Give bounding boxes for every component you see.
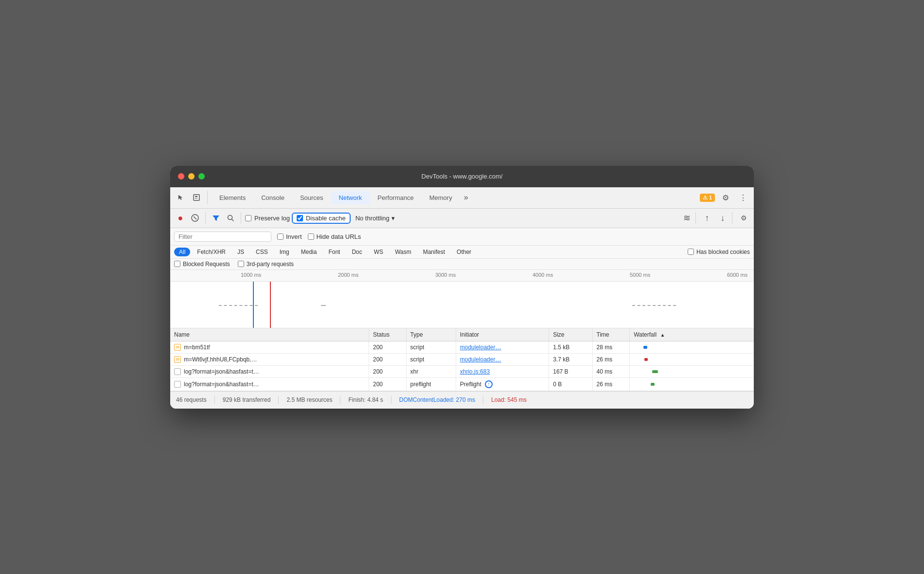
type-filter-fetch-xhr[interactable]: Fetch/XHR xyxy=(192,248,231,256)
network-table: Name Status Type Initiator Size Time Wat… xyxy=(170,328,754,391)
filter-input[interactable] xyxy=(178,233,267,240)
inspect-icon[interactable] xyxy=(190,191,203,204)
timeline-dashed-1 xyxy=(219,305,258,306)
type-filter-bar: All Fetch/XHR JS CSS Img Media Font Doc … xyxy=(170,246,754,259)
toolbar-right: ≋ ↑ ↓ ⚙ xyxy=(683,212,750,224)
col-size[interactable]: Size xyxy=(549,328,592,341)
row4-waterfall xyxy=(630,377,754,391)
hide-data-urls-checkbox[interactable] xyxy=(308,233,314,240)
badge-count: 1 xyxy=(709,195,712,200)
row4-name: log?format=json&hasfast=t… xyxy=(184,381,259,388)
row3-name-cell: log?format=json&hasfast=t… xyxy=(174,368,365,375)
type-filter-js[interactable]: JS xyxy=(232,248,249,256)
waterfall-bar-3 xyxy=(652,370,658,373)
type-filter-manifest[interactable]: Manifest xyxy=(418,248,450,256)
row3-size: 167 B xyxy=(549,365,592,377)
row1-initiator: moduleloader… xyxy=(456,341,549,353)
tab-network[interactable]: Network xyxy=(331,191,370,204)
stop-recording-button[interactable] xyxy=(189,212,201,224)
blocked-requests-toggle[interactable]: Blocked Requests xyxy=(174,261,230,268)
col-waterfall[interactable]: Waterfall ▲ xyxy=(630,328,754,341)
hide-data-urls-label: Hide data URLs xyxy=(317,233,361,240)
throttle-dropdown[interactable]: No throttling ▾ xyxy=(353,214,398,223)
disable-cache-checkbox[interactable] xyxy=(297,215,303,221)
table-row[interactable]: JS m=Wt6vjf,hhhU8,FCpbqb,… 200 script mo… xyxy=(170,353,754,365)
warning-badge[interactable]: ⚠ 1 xyxy=(700,194,715,202)
invert-checkbox[interactable] xyxy=(277,233,284,240)
col-name[interactable]: Name xyxy=(170,328,369,341)
type-filter-all[interactable]: All xyxy=(174,248,190,256)
row2-initiator-link[interactable]: moduleloader… xyxy=(460,356,501,363)
settings-icon[interactable]: ⚙ xyxy=(719,191,732,204)
blocked-requests-checkbox[interactable] xyxy=(174,261,180,267)
svg-rect-1 xyxy=(195,196,197,197)
minimize-button[interactable] xyxy=(188,173,195,179)
timeline-mark-6000: 6000 ms xyxy=(727,272,747,278)
row1-name-cell: JS m=bm51tf xyxy=(174,344,365,351)
disable-cache-toggle[interactable]: Disable cache xyxy=(292,213,351,224)
has-blocked-cookies-toggle[interactable]: Has blocked cookies xyxy=(688,249,750,255)
table-row[interactable]: JS m=bm51tf 200 script moduleloader… 1.5… xyxy=(170,341,754,353)
row1-size: 1.5 kB xyxy=(549,341,592,353)
timeline-mark-4000: 4000 ms xyxy=(533,272,553,278)
type-filter-ws[interactable]: WS xyxy=(369,248,388,256)
row3-initiator-link[interactable]: xhrio.js:683 xyxy=(460,368,490,375)
hide-data-urls-toggle[interactable]: Hide data URLs xyxy=(308,233,361,240)
tab-performance[interactable]: Performance xyxy=(370,191,421,204)
type-filter-font[interactable]: Font xyxy=(323,248,345,256)
col-time[interactable]: Time xyxy=(592,328,630,341)
svg-line-6 xyxy=(231,219,233,221)
row1-type: script xyxy=(406,341,456,353)
type-filter-other[interactable]: Other xyxy=(452,248,476,256)
xhr-icon-2 xyxy=(174,381,181,388)
has-blocked-cookies-label: Has blocked cookies xyxy=(696,249,750,255)
preserve-log-checkbox[interactable] xyxy=(245,215,251,221)
row1-initiator-link[interactable]: moduleloader… xyxy=(460,344,501,351)
row1-waterfall xyxy=(630,341,754,353)
row4-initiator-text: Preflight xyxy=(460,380,481,387)
pointer-icon[interactable] xyxy=(174,191,188,204)
network-settings-icon[interactable]: ⚙ xyxy=(737,212,750,224)
type-filter-wasm[interactable]: Wasm xyxy=(390,248,416,256)
preserve-log-toggle[interactable]: Preserve log xyxy=(245,215,290,222)
row4-time: 26 ms xyxy=(592,377,630,391)
blocked-requests-label: Blocked Requests xyxy=(183,261,230,268)
third-party-checkbox[interactable] xyxy=(238,261,244,267)
col-status[interactable]: Status xyxy=(369,328,407,341)
row4-size: 0 B xyxy=(549,377,592,391)
search-icon[interactable] xyxy=(224,212,237,224)
import-har-button[interactable]: ↑ xyxy=(701,212,713,224)
has-blocked-cookies-checkbox[interactable] xyxy=(688,249,694,255)
col-initiator[interactable]: Initiator xyxy=(456,328,549,341)
type-filter-img[interactable]: Img xyxy=(275,248,294,256)
col-type[interactable]: Type xyxy=(406,328,456,341)
preserve-log-label: Preserve log xyxy=(254,215,290,222)
table-row[interactable]: log?format=json&hasfast=t… 200 preflight… xyxy=(170,377,754,391)
maximize-button[interactable] xyxy=(198,173,205,179)
type-filter-css[interactable]: CSS xyxy=(251,248,273,256)
type-filter-media[interactable]: Media xyxy=(296,248,322,256)
type-filter-doc[interactable]: Doc xyxy=(347,248,367,256)
tab-memory[interactable]: Memory xyxy=(422,191,460,204)
table-row[interactable]: log?format=json&hasfast=t… 200 xhr xhrio… xyxy=(170,365,754,377)
row2-name-cell: JS m=Wt6vjf,hhhU8,FCpbqb,… xyxy=(174,356,365,363)
script-icon-1: JS xyxy=(174,344,181,351)
close-button[interactable] xyxy=(178,173,184,179)
tab-sources[interactable]: Sources xyxy=(292,191,331,204)
tab-elements[interactable]: Elements xyxy=(212,191,253,204)
timeline-dashed-3 xyxy=(632,305,676,306)
preflight-icon: ↑ xyxy=(485,380,493,388)
invert-filter-toggle[interactable]: Invert xyxy=(277,233,302,240)
traffic-lights xyxy=(178,173,205,179)
tabs-more-button[interactable]: » xyxy=(460,191,472,204)
export-har-button[interactable]: ↓ xyxy=(716,212,729,224)
record-button[interactable]: ● xyxy=(174,212,187,224)
transferred-size: 929 kB transferred xyxy=(223,396,271,403)
badge-icon: ⚠ xyxy=(703,195,708,201)
third-party-label: 3rd-party requests xyxy=(247,261,294,268)
third-party-toggle[interactable]: 3rd-party requests xyxy=(238,261,294,268)
tab-console[interactable]: Console xyxy=(253,191,292,204)
filter-icon[interactable] xyxy=(210,212,222,224)
more-options-icon[interactable]: ⋮ xyxy=(736,191,750,204)
status-divider-2 xyxy=(278,396,279,404)
